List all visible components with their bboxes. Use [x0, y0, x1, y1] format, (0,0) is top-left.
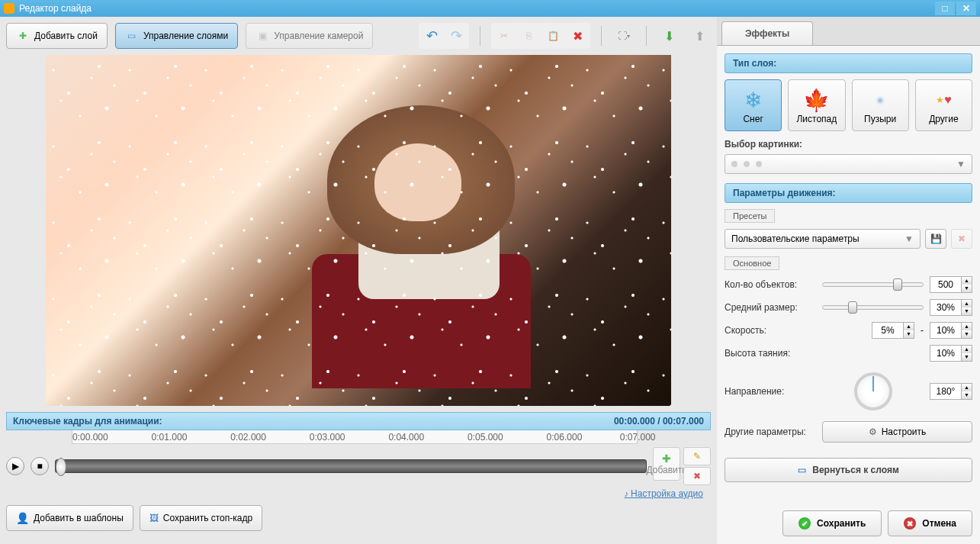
person-plus-icon: 👤: [16, 512, 29, 524]
configure-label: Настроить: [882, 427, 927, 437]
timeline-ruler[interactable]: 0:00.000 0:01.000 0:02.000 0:03.000 0:04…: [72, 430, 638, 444]
plus-icon: ✚: [662, 452, 671, 465]
edit-keyframe-button[interactable]: ✎: [683, 447, 711, 465]
layer-type-leaves[interactable]: 🍁 Листопад: [788, 79, 845, 131]
cancel-icon: ✖: [904, 517, 916, 530]
speed-min-spinner[interactable]: 5%▲▼: [872, 322, 914, 339]
layer-type-label: Снег: [728, 114, 778, 124]
up-button[interactable]: ⬆: [688, 24, 711, 47]
cancel-button[interactable]: ✖ Отмена: [888, 510, 972, 536]
add-layer-button[interactable]: ✚ Добавить слой: [6, 23, 108, 49]
ruler-mark: 0:01.000: [152, 432, 188, 443]
redo-button[interactable]: ↷: [445, 24, 468, 47]
delete-icon: ✖: [958, 233, 966, 244]
undo-button[interactable]: ↶: [420, 24, 443, 47]
fit-button[interactable]: ⛶▾: [612, 24, 635, 47]
manage-layers-label: Управление слоями: [143, 31, 228, 41]
layers-icon: ▭: [798, 465, 806, 475]
app-icon: [4, 3, 14, 14]
delete-preset-button[interactable]: ✖: [951, 229, 972, 249]
arrow-down-icon: ⬇: [664, 29, 674, 43]
layer-type-header: Тип слоя:: [725, 53, 972, 73]
left-panel: ✚ Добавить слой ▭ Управление слоями ▣ Уп…: [0, 17, 717, 544]
audio-settings-link[interactable]: ♪ Настройка аудио: [6, 488, 711, 499]
delete-keyframe-button[interactable]: ✖: [683, 467, 711, 485]
gear-icon: ⚙: [869, 427, 877, 437]
preset-dropdown[interactable]: Пользовательские параметры ▼: [725, 229, 921, 249]
effects-tab[interactable]: Эффекты: [721, 21, 813, 45]
camera-control-label: Управление камерой: [274, 31, 363, 41]
count-spinner[interactable]: 500▲▼: [930, 276, 972, 293]
down-button[interactable]: ⬇: [657, 24, 680, 47]
ruler-mark: 0:02.000: [230, 432, 266, 443]
save-button[interactable]: ✔ Сохранить: [782, 510, 882, 536]
timeline-title: Ключевые кадры для анимации:: [13, 416, 162, 427]
speed-max-spinner[interactable]: 10%▲▼: [930, 322, 972, 339]
image-select-dropdown[interactable]: ▼: [725, 154, 972, 174]
timeline-track[interactable]: [55, 459, 647, 473]
shapes-icon: ★♥: [919, 86, 969, 114]
stop-icon: ■: [37, 461, 42, 472]
snowflake-icon: ❄: [728, 86, 778, 114]
layer-type-snow[interactable]: ❄ Снег: [725, 79, 782, 131]
basic-group-label: Основное: [725, 256, 779, 270]
delete-button[interactable]: ✖: [566, 24, 589, 47]
motion-params-header: Параметры движения:: [725, 183, 972, 203]
size-slider[interactable]: [822, 305, 924, 310]
direction-dial[interactable]: [854, 372, 892, 410]
add-to-templates-button[interactable]: 👤 Добавить в шаблоны: [6, 505, 133, 531]
size-label: Средний размер:: [725, 302, 816, 313]
layer-type-label: Другие: [919, 114, 969, 124]
close-button[interactable]: ✕: [956, 2, 976, 15]
play-button[interactable]: ▶: [6, 457, 24, 475]
scissors-icon: ✂: [500, 31, 508, 41]
delete-icon: ✖: [693, 471, 701, 481]
play-icon: ▶: [12, 461, 19, 472]
ruler-mark: 0:06.000: [547, 432, 583, 443]
slide-preview[interactable]: [46, 55, 671, 406]
configure-button[interactable]: ⚙ Настроить: [822, 421, 972, 443]
ruler-mark: 0:03.000: [310, 432, 345, 443]
paste-icon: 📋: [548, 31, 559, 41]
delete-icon: ✖: [573, 29, 583, 43]
paste-button[interactable]: 📋: [541, 24, 564, 47]
save-icon: 💾: [930, 233, 942, 244]
add-keyframe-button[interactable]: ✚ Добавить: [653, 447, 680, 481]
window-title: Редактор слайда: [19, 3, 92, 14]
count-slider[interactable]: [822, 282, 924, 287]
layer-type-bubbles[interactable]: ● Пузыри: [852, 79, 909, 131]
maximize-button[interactable]: □: [935, 2, 955, 15]
timeline-header: Ключевые кадры для анимации: 00:00.000 /…: [6, 412, 711, 430]
melt-spinner[interactable]: 10%▲▼: [930, 345, 972, 362]
left-footer: 👤 Добавить в шаблоны 🖼 Сохранить стоп-ка…: [6, 499, 711, 537]
add-template-label: Добавить в шаблоны: [34, 513, 124, 523]
plus-icon: ✚: [16, 29, 30, 43]
stop-button[interactable]: ■: [31, 457, 49, 475]
image-select-label: Выбор картинки:: [725, 139, 972, 150]
chevron-down-icon: ▼: [904, 233, 914, 244]
size-spinner[interactable]: 30%▲▼: [930, 299, 972, 316]
melt-label: Высота таяния:: [725, 348, 816, 359]
image-icon: 🖼: [149, 513, 159, 523]
timeline-time: 00:00.000 / 00:07.000: [614, 416, 704, 427]
back-to-layers-button[interactable]: ▭ Вернуться к слоям: [725, 458, 972, 482]
ruler-mark: 0:07.000: [620, 432, 656, 443]
manage-layers-button[interactable]: ▭ Управление слоями: [115, 23, 238, 49]
copy-button[interactable]: ⎘: [517, 24, 540, 47]
presets-group-label: Пресеты: [725, 209, 775, 223]
right-footer: ✔ Сохранить ✖ Отмена: [717, 503, 980, 544]
direction-spinner[interactable]: 180°▲▼: [930, 383, 972, 400]
camera-icon: ▣: [255, 29, 269, 43]
timeline-handle[interactable]: [56, 458, 66, 476]
cut-button[interactable]: ✂: [493, 24, 516, 47]
back-to-layers-label: Вернуться к слоям: [812, 465, 899, 475]
layer-type-other[interactable]: ★♥ Другие: [915, 79, 972, 131]
speed-label: Скорость:: [725, 325, 816, 336]
check-icon: ✔: [798, 517, 811, 530]
save-preset-button[interactable]: 💾: [925, 229, 946, 249]
redo-icon: ↷: [451, 27, 462, 44]
save-stopframe-button[interactable]: 🖼 Сохранить стоп-кадр: [140, 505, 262, 531]
right-panel: Эффекты Тип слоя: ❄ Снег 🍁 Листопад ● Пу…: [717, 17, 980, 544]
leaf-icon: 🍁: [792, 86, 841, 114]
camera-control-button[interactable]: ▣ Управление камерой: [246, 23, 373, 49]
